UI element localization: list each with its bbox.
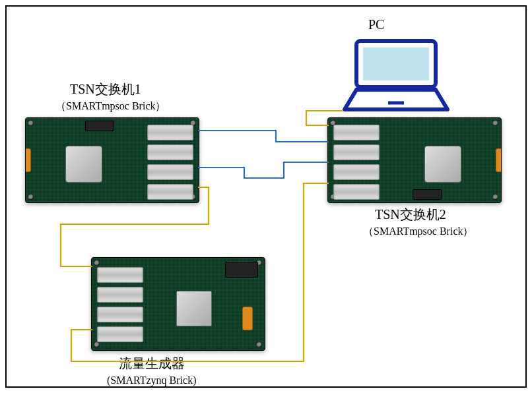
tsn-switch-2 [327,117,502,203]
pc-icon [337,38,455,117]
orange-connector [496,148,502,172]
sfp-ports-left [333,125,380,200]
sfp-port [97,307,143,322]
tsn-switch-1 [25,117,199,203]
sfp-port [333,144,380,160]
switch2-title: TSN交换机2 [375,206,446,224]
laptop-svg [337,38,455,117]
trafficgen-model: (SMARTzynq Brick) [107,373,196,388]
black-connector [413,189,442,200]
trafficgen-title: 流量生成器 [119,355,185,373]
sfp-ports-left [97,267,143,342]
sfp-port [97,326,143,342]
black-connector [225,262,258,278]
switch1-model: （SMARTmpsoc Brick） [55,99,166,113]
soc-chip-icon [65,146,102,183]
sfp-port [97,267,143,283]
sfp-port [147,144,193,160]
traffic-generator [91,257,265,351]
sfp-port [147,184,193,200]
sfp-port [147,125,193,140]
sfp-port [333,164,380,180]
pc-label: PC [368,16,384,34]
switch1-title: TSN交换机1 [70,80,141,98]
sfp-port [97,287,143,303]
orange-connector [242,307,253,330]
orange-connector [25,148,31,172]
switch2-model: （SMARTmpsoc Brick） [363,224,473,239]
sfp-port [147,164,193,180]
diagram-frame: PC TSN交换机1 （SMARTmpsoc Brick） [5,5,527,388]
soc-chip-icon [424,146,461,183]
sfp-port [333,184,380,200]
svg-rect-1 [363,47,429,80]
black-connector [85,121,114,131]
sfp-port [333,125,380,140]
sfp-ports-right [147,125,193,200]
fpga-chip-icon [176,291,212,326]
